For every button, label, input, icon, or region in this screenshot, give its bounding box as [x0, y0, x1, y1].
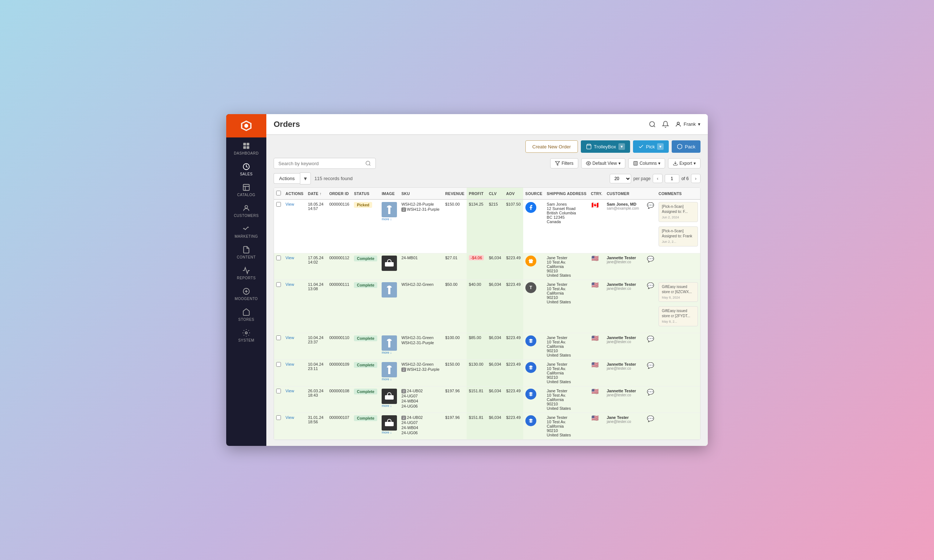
trolleybox-chevron[interactable]: ▾ [618, 143, 625, 150]
pack-button[interactable]: Pack [672, 140, 701, 153]
more-items-link[interactable]: more ↓ [382, 217, 397, 221]
sidebar-item-catalog[interactable]: CATALOG [226, 179, 266, 200]
per-page-select[interactable]: 20 50 100 [610, 174, 631, 183]
notifications-icon[interactable] [662, 121, 669, 128]
source-cell [523, 333, 545, 360]
more-items-link[interactable]: more ↓ [382, 431, 397, 434]
view-order-link[interactable]: View [286, 362, 294, 366]
more-items-link[interactable]: more ↓ [382, 377, 397, 381]
view-order-link[interactable]: View [286, 255, 294, 260]
filters-button[interactable]: Filters [550, 158, 578, 168]
comment-icon[interactable]: 💬 [647, 283, 654, 289]
row-checkbox[interactable] [276, 255, 281, 260]
comment-icon[interactable]: 💬 [647, 336, 654, 342]
product-image-cell [379, 280, 399, 333]
table-row: View31.01.24 18:56000000107Completemore … [274, 413, 700, 439]
sidebar-item-dashboard[interactable]: DASHBOARD [226, 137, 266, 158]
aov-cell: $223.49 [504, 413, 523, 439]
sidebar-label-marketing: MARKETING [234, 234, 258, 238]
svg-rect-1 [244, 143, 246, 145]
col-header-aov: AOV [504, 188, 523, 199]
pick-icon [638, 144, 644, 149]
sku-cell: 24-MB01 [399, 253, 443, 280]
sidebar-label-reports: REPORTS [237, 276, 256, 280]
shipping-address-cell: Sam Jones12 Sunset RoadBritish ColumbiaB… [545, 199, 589, 253]
sidebar-label-sales: SALES [240, 172, 253, 176]
view-order-link[interactable]: View [286, 282, 294, 286]
col-header-profit: PROFIT [467, 188, 487, 199]
actions-dropdown-arrow[interactable]: ▾ [300, 172, 311, 185]
sidebar-item-sales[interactable]: SALES [226, 158, 266, 179]
sidebar-item-stores[interactable]: STORES [226, 304, 266, 325]
more-items-link[interactable]: more ↓ [382, 351, 397, 354]
pick-button[interactable]: Pick ▾ [633, 140, 669, 153]
orders-table-wrapper: ACTIONS DATE ↑ ORDER ID STATUS IMAGE SKU… [274, 188, 701, 440]
row-checkbox[interactable] [276, 362, 281, 367]
search-icon[interactable] [649, 121, 656, 128]
source-cell: T [523, 280, 545, 333]
sidebar-item-customers[interactable]: CUSTOMERS [226, 200, 266, 221]
select-all-checkbox[interactable] [276, 191, 281, 195]
col-header-date[interactable]: DATE ↑ [306, 188, 327, 199]
table-row: View26.03.24 18:43000000108Completemore … [274, 386, 700, 413]
sidebar-item-reports[interactable]: REPORTS [226, 262, 266, 283]
col-header-shipping: SHIPPING ADDRESS [545, 188, 589, 199]
user-menu[interactable]: Frank ▾ [675, 121, 701, 128]
create-new-order-button[interactable]: Create New Order [526, 140, 578, 153]
view-order-link[interactable]: View [286, 389, 294, 393]
records-found: 115 records found [314, 176, 353, 181]
comments-cell [657, 413, 700, 439]
row-checkbox[interactable] [276, 415, 281, 420]
svg-point-10 [649, 122, 654, 126]
row-checkbox[interactable] [276, 282, 281, 287]
actions-select[interactable]: Actions [274, 173, 300, 184]
flag-icon: 🇺🇸 [591, 282, 600, 288]
source-icon [526, 415, 536, 426]
top-actions-row: Create New Order TrolleyBox ▾ Pick ▾ Pac… [274, 140, 701, 153]
col-header-source: SOURCE [523, 188, 545, 199]
sidebar-logo[interactable] [226, 114, 266, 137]
sidebar-label-system: SYSTEM [238, 338, 254, 342]
columns-button[interactable]: Columns ▾ [628, 158, 665, 168]
order-id: 000000111 [327, 280, 352, 333]
view-order-link[interactable]: View [286, 415, 294, 420]
user-dropdown-arrow: ▾ [698, 122, 701, 127]
more-items-link[interactable]: more ↓ [382, 404, 397, 408]
profit-cell: $130.00 [467, 360, 487, 386]
order-id: 000000112 [327, 253, 352, 280]
next-page-button[interactable]: › [691, 174, 701, 183]
row-checkbox[interactable] [276, 389, 281, 393]
row-checkbox[interactable] [276, 202, 281, 207]
comments-cell [657, 386, 700, 413]
view-order-link[interactable]: View [286, 202, 294, 206]
sidebar-item-marketing[interactable]: MARKETING [226, 221, 266, 242]
flag-icon: 🇨🇦 [591, 202, 600, 208]
comment-icon[interactable]: 💬 [647, 202, 654, 209]
aov-cell: $223.49 [504, 333, 523, 360]
country-flag-cell: 🇺🇸 [589, 413, 604, 439]
search-submit-icon[interactable] [365, 160, 371, 166]
comment-icon[interactable]: 💬 [647, 389, 654, 395]
aov-cell: $223.49 [504, 280, 523, 333]
comment-icon[interactable]: 💬 [647, 362, 654, 369]
col-header-status: STATUS [352, 188, 379, 199]
default-view-button[interactable]: Default View ▾ [581, 158, 625, 168]
country-flag-cell: 🇨🇦 [589, 199, 604, 253]
sidebar-item-moogento[interactable]: MOOGENTO [226, 283, 266, 304]
revenue-cell: $150.00 [443, 199, 467, 253]
page-input[interactable] [665, 174, 679, 183]
comment-icon[interactable]: 💬 [647, 256, 654, 262]
row-checkbox[interactable] [276, 335, 281, 340]
view-order-link[interactable]: View [286, 335, 294, 340]
pick-chevron[interactable]: ▾ [657, 143, 664, 150]
shipping-address-cell: Jane Tester10 Test Av.California90210Uni… [545, 360, 589, 386]
pagination: 20 50 100 per page ‹ of 6 › [610, 174, 701, 183]
sidebar-item-content[interactable]: CONTENT [226, 242, 266, 262]
comment-icon[interactable]: 💬 [647, 415, 654, 422]
export-button[interactable]: Export ▾ [668, 158, 701, 168]
search-input[interactable] [278, 161, 365, 166]
trolleybox-button[interactable]: TrolleyBox ▾ [581, 140, 630, 153]
prev-page-button[interactable]: ‹ [653, 174, 662, 183]
sidebar-item-system[interactable]: SYSTEM [226, 325, 266, 345]
sku-cell: WSH12-28-Purple2WSH12-31-Purple [399, 199, 443, 253]
